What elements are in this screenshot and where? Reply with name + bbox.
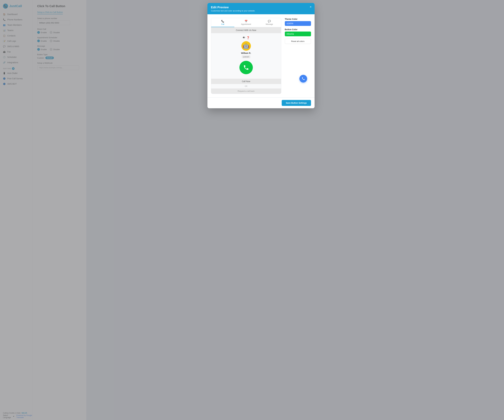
- agent-company: justcall: [242, 55, 250, 58]
- agent-avatar: 🤖: [241, 41, 251, 51]
- tab-call[interactable]: 📞 Call: [211, 18, 234, 27]
- settings-panel: Theme Color 4285f4 Button Color 08ea5a R…: [281, 18, 311, 94]
- message-tab-icon: 💬: [268, 20, 271, 23]
- agent-name: William R.: [241, 52, 251, 54]
- preview-content: Connect With Us Now 👁 ❓ 🤖 William R. jus…: [211, 27, 281, 94]
- call-button-circle[interactable]: [240, 61, 253, 74]
- request-callback-label: Request a call back: [211, 89, 281, 94]
- tab-message[interactable]: 💬 Message: [258, 18, 281, 27]
- agent-icons-row: 👁 ❓: [243, 36, 250, 39]
- floating-phone-icon: [302, 77, 305, 80]
- modal-overlay: Edit Preview Customise text and color ac…: [0, 0, 504, 420]
- theme-color-input[interactable]: 4285f4: [285, 21, 311, 26]
- eye-icon: 👁: [243, 36, 245, 39]
- agent-area: 👁 ❓ 🤖 William R. justcall: [211, 33, 281, 79]
- modal-footer: Save Button Settings: [207, 97, 315, 108]
- preview-header-text: Connect With Us Now: [211, 27, 281, 33]
- preview-panel: 📞 Call 📅 Appointment 💬 Message Connect W…: [211, 18, 281, 94]
- button-color-label: Button Color: [285, 28, 311, 31]
- modal-close-button[interactable]: ×: [310, 5, 312, 8]
- question-icon: ❓: [246, 36, 250, 39]
- call-tab-icon: 📞: [221, 20, 224, 23]
- phone-call-icon: [243, 65, 249, 71]
- modal-header: Edit Preview Customise text and color ac…: [207, 3, 315, 14]
- message-tab-label: Message: [266, 23, 273, 25]
- modal-body: 📞 Call 📅 Appointment 💬 Message Connect W…: [207, 14, 315, 97]
- reset-colors-button[interactable]: Reset all colors: [285, 39, 311, 44]
- appointment-tab-label: Appointment: [241, 23, 251, 25]
- preview-tabs: 📞 Call 📅 Appointment 💬 Message: [211, 18, 281, 27]
- modal-subtitle: Customise text and color according to yo…: [211, 10, 311, 12]
- call-now-label: Call Now: [211, 79, 281, 84]
- theme-color-label: Theme Color: [285, 18, 311, 20]
- modal-title: Edit Preview: [211, 6, 311, 9]
- edit-preview-modal: Edit Preview Customise text and color ac…: [207, 3, 315, 108]
- call-tab-label: Call: [221, 23, 224, 25]
- button-color-input[interactable]: 08ea5a: [285, 31, 311, 36]
- or-divider: OR: [211, 84, 281, 89]
- floating-call-button[interactable]: [299, 75, 307, 83]
- theme-color-group: Theme Color 4285f4: [285, 18, 311, 26]
- tab-appointment[interactable]: 📅 Appointment: [234, 18, 258, 27]
- button-color-group: Button Color 08ea5a: [285, 28, 311, 36]
- appointment-tab-icon: 📅: [245, 20, 248, 23]
- save-button-settings[interactable]: Save Button Settings: [282, 100, 311, 106]
